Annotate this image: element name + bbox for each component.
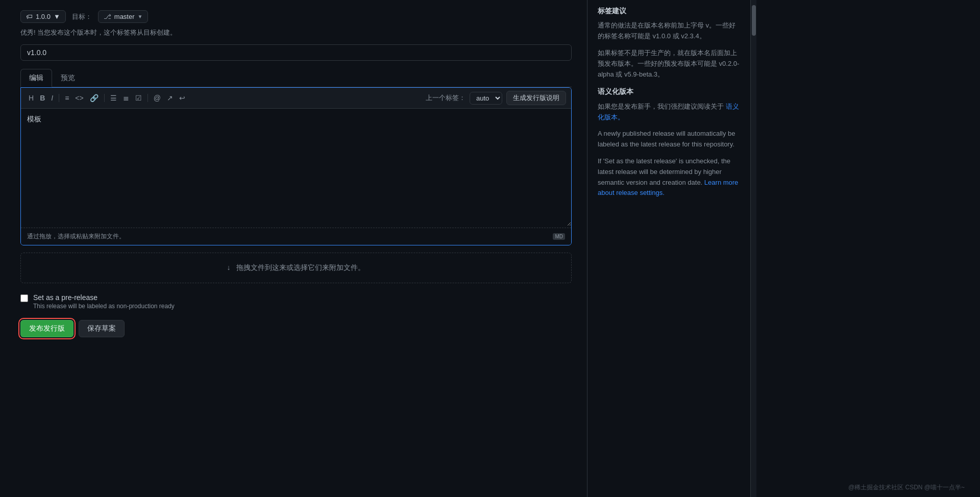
toolbar-mention-btn[interactable]: @ [151, 93, 163, 103]
last-tag-label: 上一个标签： [426, 93, 465, 103]
sidebar-release-text1: A newly published release will automatic… [598, 129, 740, 150]
editor-toolbar: H B I ≡ <> 🔗 ☰ ≣ ☑ @ ↗ ↩ 上一个标签： [21, 88, 571, 109]
tab-preview[interactable]: 预览 [52, 69, 84, 87]
scrollbar-track[interactable] [750, 0, 756, 497]
toolbar-link-btn[interactable]: 🔗 [87, 93, 101, 103]
toolbar-italic-btn[interactable]: I [48, 93, 56, 103]
release-notes-textarea[interactable]: 模板 [21, 109, 571, 226]
last-tag-select[interactable]: auto [470, 92, 502, 105]
toolbar-crossref-btn[interactable]: ↗ [164, 93, 176, 103]
success-message: 优秀! 当您发布这个版本时，这个标签将从目标创建。 [20, 28, 572, 37]
toolbar-divider-3 [148, 94, 148, 102]
save-draft-btn[interactable]: 保存草案 [79, 320, 125, 337]
sidebar-semantic-text: 如果您是发布新手，我们强烈建议阅读关于 语义化版本。 [598, 102, 740, 123]
sidebar-tag-text2: 如果标签不是用于生产的，就在版本名后面加上预发布版本。一些好的预发布版本可能是 … [598, 48, 740, 80]
toolbar-task-list-btn[interactable]: ☑ [133, 93, 144, 103]
sidebar-tag-text1: 通常的做法是在版本名称前加上字母 v。一些好的标签名称可能是 v1.0.0 或 … [598, 20, 740, 42]
toolbar-bold-btn[interactable]: B [37, 93, 47, 103]
publish-release-btn[interactable]: 发布发行版 [20, 320, 74, 337]
pre-release-label[interactable]: Set as a pre-release [33, 293, 97, 302]
drag-drop-box[interactable]: ↓ 拖拽文件到这来或选择它们来附加文件。 [20, 253, 572, 283]
toolbar-list-btn[interactable]: ≣ [120, 93, 132, 103]
sidebar-semantic-title: 语义化版本 [598, 86, 740, 97]
tag-dropdown-arrow: ▼ [54, 13, 60, 20]
target-label: 目标： [72, 12, 92, 21]
sidebar-release-text2: If 'Set as the latest release' is unchec… [598, 156, 740, 198]
file-attach-bar[interactable]: 通过拖放，选择或粘贴来附加文件。 MD [21, 228, 571, 245]
toolbar-ordered-list-btn[interactable]: ≡ [62, 93, 71, 103]
pre-release-checkbox[interactable] [20, 294, 28, 302]
action-row: 发布发行版 保存草案 [20, 320, 572, 337]
toolbar-heading-btn[interactable]: H [26, 93, 36, 103]
editor-container: H B I ≡ <> 🔗 ☰ ≣ ☑ @ ↗ ↩ 上一个标签： [20, 87, 572, 245]
tag-badge[interactable]: 🏷 1.0.0 ▼ [20, 10, 66, 23]
branch-icon: ⎇ [104, 13, 111, 20]
drag-drop-text: 拖拽文件到这来或选择它们来附加文件。 [236, 263, 365, 271]
toolbar-unordered-list-btn[interactable]: ☰ [108, 93, 119, 103]
md-badge: MD [553, 233, 565, 240]
tag-row: 🏷 1.0.0 ▼ 目标： ⎇ master ▼ [20, 10, 572, 23]
toolbar-undo-btn[interactable]: ↩ [177, 93, 188, 103]
target-badge[interactable]: ⎇ master ▼ [98, 10, 149, 23]
tab-bar: 编辑 预览 [20, 69, 572, 87]
drag-drop-arrow-icon: ↓ [227, 263, 231, 271]
sidebar-tag-title: 标签建议 [598, 5, 740, 16]
target-dropdown-arrow: ▼ [138, 14, 143, 19]
branch-name: master [114, 13, 135, 20]
last-tag-row: 上一个标签： auto 生成发行版说明 [426, 91, 566, 105]
tab-edit[interactable]: 编辑 [20, 69, 52, 87]
tag-icon: 🏷 [26, 13, 33, 20]
generate-release-notes-btn[interactable]: 生成发行版说明 [506, 91, 566, 105]
tag-version: 1.0.0 [36, 13, 51, 20]
toolbar-divider-2 [104, 94, 105, 102]
sidebar: 标签建议 通常的做法是在版本名称前加上字母 v。一些好的标签名称可能是 v1.0… [587, 0, 750, 497]
watermark: @稀土掘金技术社区 CSDN @喵十一点半~ [848, 483, 965, 492]
release-title-input[interactable] [20, 44, 572, 61]
pre-release-description: This release will be labeled as non-prod… [33, 303, 175, 310]
file-attach-text: 通过拖放，选择或粘贴来附加文件。 [27, 232, 125, 241]
toolbar-divider-1 [59, 94, 59, 102]
pre-release-row: Set as a pre-release This release will b… [20, 293, 572, 310]
toolbar-code-btn[interactable]: <> [72, 93, 86, 103]
scrollbar-thumb[interactable] [752, 5, 756, 36]
